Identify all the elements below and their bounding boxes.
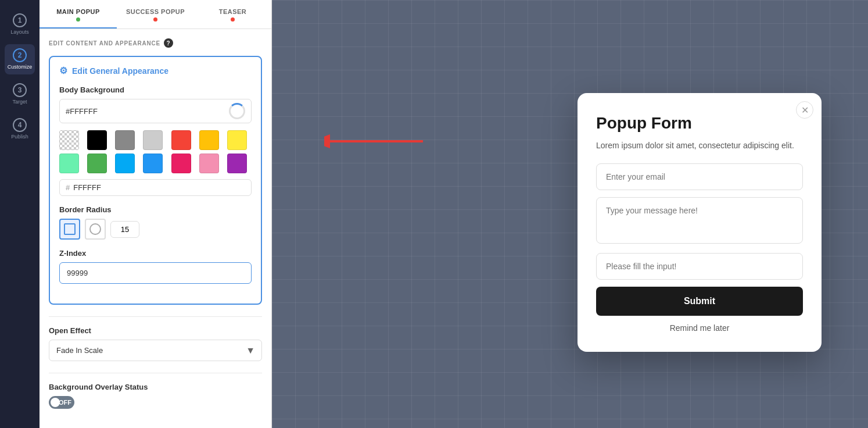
open-effect-label: Open Effect	[49, 326, 262, 335]
section-label: EDIT CONTENT AND APPEARANCE	[49, 40, 160, 47]
tab-success-dot	[153, 17, 157, 22]
toggle-label: OFF	[59, 399, 71, 406]
popup-modal: ✕ Popup Form Lorem ipsum dolor sit amet,…	[578, 93, 822, 352]
br-sharp-icon	[64, 223, 76, 235]
open-effect-select-wrap: Fade In Scale Slide In Top Slide In Bott…	[49, 340, 262, 361]
canvas: ✕ Popup Form Lorem ipsum dolor sit amet,…	[272, 0, 868, 428]
swatch-light-blue[interactable]	[115, 154, 135, 173]
swatches-grid	[59, 130, 252, 173]
tab-teaser-dot	[231, 17, 235, 22]
hex-input-row[interactable]: #	[59, 179, 252, 196]
panel: MAIN POPUP SUCCESS POPUP TEASER EDIT CON…	[40, 0, 272, 428]
sidebar-label-customize: Customize	[8, 65, 33, 70]
sidebar: 1 Layouts 2 Customize 3 Target 4 Publish	[0, 0, 40, 428]
tab-teaser-label: TEASER	[219, 8, 247, 15]
sidebar-item-customize[interactable]: 2 Customize	[5, 44, 35, 74]
swatch-light-gray[interactable]	[143, 130, 163, 150]
arrow-annotation	[324, 127, 429, 158]
divider-1	[49, 316, 262, 317]
tab-main-popup[interactable]: MAIN POPUP	[40, 0, 117, 28]
z-index-label: Z-Index	[59, 249, 252, 258]
popup-submit-button[interactable]: Submit	[596, 287, 803, 316]
toggle-row: OFF	[49, 396, 262, 409]
swatch-black[interactable]	[87, 130, 107, 150]
popup-title: Popup Form	[596, 114, 803, 133]
color-input-wrap[interactable]	[59, 99, 252, 123]
tab-main-dot	[76, 17, 80, 22]
help-icon[interactable]: ?	[164, 38, 173, 48]
hex-hash: #	[66, 183, 70, 192]
color-value-input[interactable]	[66, 107, 229, 116]
step-num-1: 1	[13, 13, 27, 27]
color-spinner	[229, 103, 245, 119]
appearance-title-text: Edit General Appearance	[72, 66, 168, 76]
br-sharp-option[interactable]	[59, 219, 80, 240]
appearance-title: ⚙ Edit General Appearance	[59, 65, 252, 76]
tab-main-label: MAIN POPUP	[56, 8, 100, 15]
appearance-box: ⚙ Edit General Appearance Body Backgroun…	[49, 56, 262, 305]
border-radius-input[interactable]	[110, 221, 139, 238]
swatch-gray[interactable]	[115, 130, 135, 150]
gear-icon: ⚙	[59, 65, 67, 76]
tabs-bar: MAIN POPUP SUCCESS POPUP TEASER	[40, 0, 271, 29]
sidebar-item-layouts[interactable]: 1 Layouts	[5, 9, 35, 40]
sidebar-label-target: Target	[12, 99, 27, 105]
sidebar-item-publish[interactable]: 4 Publish	[5, 114, 35, 144]
popup-extra-input[interactable]	[596, 253, 803, 280]
border-radius-label: Border Radius	[59, 205, 252, 214]
swatch-amber[interactable]	[199, 130, 219, 150]
swatch-light-green[interactable]	[59, 154, 79, 173]
border-radius-row	[59, 219, 252, 240]
sidebar-label-publish: Publish	[11, 134, 28, 140]
swatch-blue[interactable]	[143, 154, 163, 173]
body-background-label: Body Background	[59, 85, 252, 94]
popup-skip-button[interactable]: Remind me later	[596, 323, 803, 333]
step-num-2: 2	[13, 48, 27, 62]
popup-message-input[interactable]	[596, 197, 803, 244]
popup-email-input[interactable]	[596, 163, 803, 190]
sidebar-item-target[interactable]: 3 Target	[5, 79, 35, 109]
panel-content: EDIT CONTENT AND APPEARANCE ? ⚙ Edit Gen…	[40, 29, 271, 428]
swatch-yellow[interactable]	[227, 130, 247, 150]
popup-description: Lorem ipsum dolor sit amet, consectetur …	[596, 140, 803, 152]
br-rounded-icon	[89, 223, 101, 235]
overlay-toggle[interactable]: OFF	[49, 396, 74, 409]
tab-success-popup[interactable]: SUCCESS POPUP	[117, 0, 194, 28]
hex-input[interactable]	[73, 183, 245, 192]
z-index-input[interactable]	[59, 262, 252, 284]
popup-close-button[interactable]: ✕	[796, 101, 813, 119]
swatch-transparent[interactable]	[59, 130, 79, 150]
swatch-red[interactable]	[171, 130, 191, 150]
swatch-light-pink[interactable]	[199, 154, 219, 173]
step-num-4: 4	[13, 118, 27, 132]
open-effect-select[interactable]: Fade In Scale Slide In Top Slide In Bott…	[49, 340, 262, 361]
tab-success-label: SUCCESS POPUP	[126, 8, 185, 15]
swatch-green[interactable]	[87, 154, 107, 173]
overlay-label: Background Overlay Status	[49, 383, 262, 391]
sidebar-label-layouts: Layouts	[10, 30, 29, 35]
swatch-purple[interactable]	[227, 154, 247, 173]
tab-teaser[interactable]: TEASER	[194, 0, 271, 28]
section-header: EDIT CONTENT AND APPEARANCE ?	[49, 38, 262, 48]
br-rounded-option[interactable]	[85, 219, 106, 240]
divider-2	[49, 373, 262, 373]
swatch-pink[interactable]	[171, 154, 191, 173]
step-num-3: 3	[13, 83, 27, 97]
